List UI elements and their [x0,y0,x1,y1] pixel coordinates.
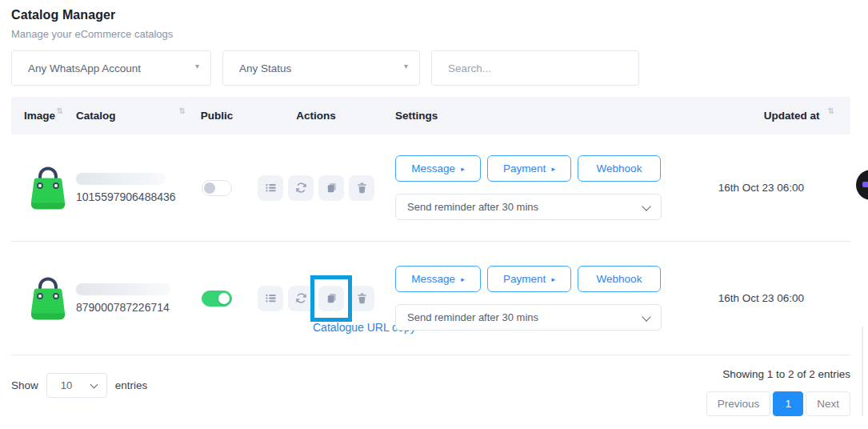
public-cell [186,180,248,196]
list-icon [265,292,277,304]
sort-icon[interactable]: ⇅ [57,106,63,115]
filter-bar: Any WhatsApp Account ▾ Any Status ▾ [11,50,868,86]
next-page-button[interactable]: Next [806,391,850,416]
chevron-down-icon [642,202,650,210]
webhook-settings-button[interactable]: Webhook [578,266,661,292]
chevron-down-icon [642,312,650,321]
pagination-group: Showing 1 to 2 of 2 entries Previous 1 N… [706,367,850,416]
updated-at-cell: 16th Oct 23 06:00 [704,182,850,194]
page-size-value: 10 [61,379,72,391]
updated-at-cell: 16th Oct 23 06:00 [704,292,850,304]
actions-group: Catalogue URL copy [258,286,374,311]
list-icon [265,182,277,194]
catalog-name-cell: 879000787226714 [63,283,186,314]
toggle-knob [218,293,230,304]
list-products-button[interactable] [258,286,283,311]
submenu-arrow-icon: ▸ [551,165,555,173]
caret-down-icon: ▾ [195,62,199,70]
catalog-image-cell [11,164,63,212]
catalog-name-redacted [76,283,170,295]
scrollbar-track[interactable] [862,327,863,416]
settings-buttons: Message ▸ Payment ▸ Webhook [395,155,704,182]
submenu-arrow-icon: ▸ [461,165,465,173]
column-header-catalog: Catalog ⇅ [63,110,186,122]
status-select[interactable]: Any Status ▾ [222,50,420,86]
column-header-actions: Actions [248,110,384,122]
sort-icon[interactable]: ⇅ [179,106,186,115]
page-size-group: Show 10 entries [11,373,147,398]
column-header-settings: Settings [384,110,704,122]
submenu-arrow-icon: ▸ [461,275,465,283]
whatsapp-account-select-value: Any WhatsApp Account [28,62,141,74]
catalogue-url-copy-button[interactable] [318,175,344,201]
entries-summary: Showing 1 to 2 of 2 entries [722,368,850,380]
public-cell [186,291,248,307]
table-header-row: Image ⇅ Catalog ⇅ Public Actions Setting… [11,97,850,134]
webhook-settings-button[interactable]: Webhook [578,155,661,182]
settings-cell: Message ▸ Payment ▸ Webhook Send reminde… [384,155,704,220]
chevron-down-icon [90,381,98,389]
trash-icon [356,292,368,304]
refresh-icon [295,292,307,304]
page-subtitle: Manage your eCommerce catalogs [11,28,868,40]
reminder-select[interactable]: Send reminder after 30 mins [395,194,662,220]
settings-buttons: Message ▸ Payment ▸ Webhook [395,266,704,292]
reminder-select-value: Send reminder after 30 mins [407,311,538,323]
widget-accent-icon [862,182,868,187]
reminder-select[interactable]: Send reminder after 30 mins [395,304,662,331]
message-settings-button[interactable]: Message ▸ [395,155,481,182]
message-settings-button[interactable]: Message ▸ [395,266,481,292]
catalog-manager-page: Catalog Manager Manage your eCommerce ca… [0,0,868,416]
whatsapp-account-select[interactable]: Any WhatsApp Account ▾ [11,50,211,86]
search-input[interactable] [431,50,639,86]
reminder-select-value: Send reminder after 30 mins [407,201,538,213]
column-header-public: Public [186,110,248,122]
payment-settings-button[interactable]: Payment ▸ [487,155,571,182]
delete-catalog-button[interactable] [349,286,374,311]
caret-down-icon: ▾ [404,62,408,70]
catalog-image-cell [11,275,63,323]
catalog-id: 1015597906488436 [76,190,186,203]
sort-icon[interactable]: ⇅ [828,106,834,115]
page-size-select[interactable]: 10 [46,373,107,398]
payment-settings-button[interactable]: Payment ▸ [487,266,571,292]
status-select-value: Any Status [239,62,291,74]
column-header-image: Image ⇅ [11,110,63,122]
public-toggle[interactable] [202,291,232,307]
entries-label: entries [115,379,148,391]
sync-catalog-button[interactable] [288,175,314,201]
toggle-knob [204,182,215,194]
catalog-table: Image ⇅ Catalog ⇅ Public Actions Setting… [11,97,850,355]
page-1-button[interactable]: 1 [773,391,803,416]
table-row: 1015597906488436 [11,134,850,242]
previous-page-button[interactable]: Previous [706,391,771,416]
submenu-arrow-icon: ▸ [551,275,555,283]
actions-cell [248,175,384,201]
actions-cell: Catalogue URL copy [248,286,384,311]
copy-icon [326,182,338,194]
annotation-highlight-box: Catalogue URL copy [310,275,352,322]
catalog-name-redacted [76,173,166,185]
trash-icon [356,182,368,194]
settings-cell: Message ▸ Payment ▸ Webhook Send reminde… [384,266,704,331]
table-footer: Show 10 entries Showing 1 to 2 of 2 entr… [11,367,850,416]
column-header-updated-at: Updated at ⇅ [704,110,850,122]
public-toggle[interactable] [202,180,232,196]
list-products-button[interactable] [258,175,283,201]
delete-catalog-button[interactable] [349,175,374,201]
actions-group [258,175,374,201]
pagination: Previous 1 Next [706,391,850,416]
catalog-name-cell: 1015597906488436 [63,173,186,203]
refresh-icon [295,182,307,194]
catalogue-url-copy-button[interactable] [318,286,344,311]
catalog-id: 879000787226714 [76,301,186,314]
page-title: Catalog Manager [11,8,868,22]
copy-icon [326,292,338,304]
table-row: 879000787226714 [11,242,850,355]
show-label: Show [11,379,38,391]
